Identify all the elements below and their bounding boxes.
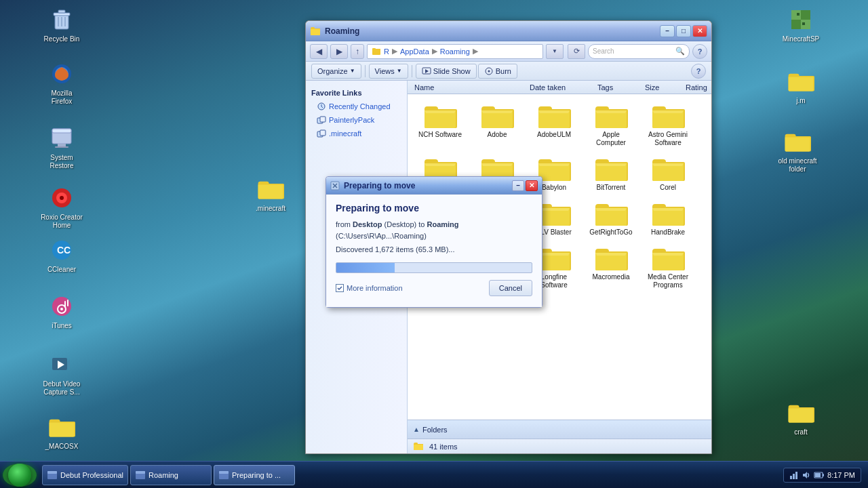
taskbar-task-1[interactable]: Roaming [130,465,212,485]
taskbar: Debut Professional Roaming Preparing to … [0,461,868,488]
macosx-label: _MACOSX [45,443,79,451]
minimize-button[interactable]: – [660,25,675,37]
organize-button[interactable]: Organize ▼ [311,64,361,79]
folder-item-9[interactable]: Corel [641,152,695,195]
up-button[interactable]: ↑ [351,44,364,59]
dialog-footer: More information Cancel [336,280,532,299]
folder-svg-4 [651,102,685,129]
folder-svg-8 [594,155,628,182]
minecraftsp-icon[interactable]: MinecraftSP [776,3,825,46]
folder-item-19[interactable]: Media Center Programs [641,242,695,292]
col-date[interactable]: Date taken [526,83,593,92]
sidebar-painterlypack[interactable]: PainterlyPack [306,113,407,127]
close-button[interactable]: ✕ [692,25,707,37]
sidebar-recently-changed[interactable]: Recently Changed [306,100,407,113]
col-name[interactable]: Name [410,83,526,92]
search-box[interactable]: Search 🔍 [588,44,690,59]
cancel-button[interactable]: Cancel [489,280,532,296]
address-bar: ◀ ▶ ↑ R ▶ AppData ▶ Roaming ▶ ▼ ⟳ Search… [306,41,711,62]
folder-status-icon [413,441,424,452]
dialog-controls: – ✕ [512,180,538,191]
firefox-label: Mozilla Firefox [40,89,83,106]
folder-svg-13 [594,200,628,227]
macosx-icon[interactable]: _MACOSX [37,411,86,453]
system-restore-image [48,125,75,152]
folder-item-2[interactable]: AdobeULM [527,100,581,150]
folder-item-3[interactable]: Apple Computer [584,100,638,150]
window-controls: – □ ✕ [660,25,707,37]
path-dropdown-button[interactable]: ▼ [546,44,564,59]
folder-item-4[interactable]: Astro Gemini Software [641,100,695,150]
slideshow-button[interactable]: Slide Show [416,64,477,79]
address-path[interactable]: R ▶ AppData ▶ Roaming ▶ [367,44,543,59]
help-toolbar-button[interactable]: ? [691,64,706,79]
folders-arrow: ▲ [413,426,420,433]
maximize-button[interactable]: □ [676,25,691,37]
task-icon-2 [218,470,229,481]
window-titlebar: Roaming – □ ✕ [306,21,711,41]
views-button[interactable]: Views ▼ [369,64,408,79]
taskbar-task-0[interactable]: Debut Professional [42,465,128,485]
folders-label: Folders [422,426,448,434]
svg-rect-48 [790,476,792,479]
sidebar-title: Favorite Links [306,86,407,100]
folder-item-14[interactable]: HandBrake [641,197,695,239]
minecraft-desktop-label: .minecraft [256,205,285,213]
forward-button[interactable]: ▶ [330,44,348,59]
craft-folder-icon[interactable]: craft [776,396,825,439]
folder-item-0[interactable]: NCH Software [413,100,467,150]
taskbar-task-2[interactable]: Preparing to ... [214,465,295,485]
recycle-bin-image [48,6,75,33]
start-button[interactable] [3,464,37,487]
sidebar-minecraft[interactable]: .minecraft [306,127,407,140]
roxio-creator-icon[interactable]: Roxio Creator Home [37,182,86,232]
svg-rect-9 [52,129,71,133]
preparing-to-move-dialog: Preparing to move – ✕ Preparing to move … [326,176,542,308]
folder-label-9: Corel [660,184,676,192]
ccleaner-icon[interactable]: CC CCleaner [37,234,86,277]
status-text: 41 items [429,443,458,451]
debut-video-icon[interactable]: Debut Video Capture S... [37,348,86,399]
folder-item-18[interactable]: Macromedia [584,242,638,292]
help-button[interactable]: ? [692,44,707,59]
dialog-minimize[interactable]: – [512,180,524,191]
dialog-from-desc: (Desktop) to [384,220,427,228]
col-tags[interactable]: Tags [593,83,641,92]
recycle-bin-icon[interactable]: Recycle Bin [37,3,86,46]
battery-icon [814,470,825,480]
jm-folder-icon[interactable]: j.m [776,65,825,108]
folders-section-bar[interactable]: ▲ Folders [408,420,711,439]
recently-changed-label: Recently Changed [329,102,391,110]
svg-point-19 [60,308,63,310]
more-info-button[interactable]: More information [336,284,403,292]
path-folder-icon [372,47,381,56]
refresh-button[interactable]: ⟳ [568,44,585,59]
system-restore-icon[interactable]: System Restore [37,122,86,173]
itunes-image [48,293,75,320]
itunes-icon[interactable]: iTunes [37,290,86,333]
dialog-progress-fill [336,263,395,272]
folder-label-19: Media Center Programs [644,273,692,289]
network-icon [789,470,799,480]
window-title-icon [310,26,321,37]
itunes-label: iTunes [52,322,72,330]
old-minecraft-icon[interactable]: old minecraft folder [773,125,822,176]
folder-svg-3 [594,102,628,129]
toolbar-separator-2 [412,65,412,77]
minecraft-desktop-icon[interactable]: .minecraft [246,173,295,216]
dialog-title: Preparing to move [344,181,415,190]
back-button[interactable]: ◀ [310,44,328,59]
mozilla-firefox-icon[interactable]: Mozilla Firefox [37,58,86,108]
col-rating[interactable]: Rating [682,83,711,92]
folder-item-8[interactable]: BitTorrent [584,152,638,195]
minecraft-sidebar-label: .minecraft [329,129,361,138]
burn-button[interactable]: Burn [478,64,517,79]
folder-item-1[interactable]: Adobe [470,100,524,150]
more-info-checkbox[interactable] [336,284,344,292]
folder-item-13[interactable]: GetRightToGo [584,197,638,239]
task-label-2: Preparing to ... [232,471,281,479]
views-arrow: ▼ [397,68,402,74]
col-size[interactable]: Size [641,83,682,92]
recycle-bin-label: Recycle Bin [44,35,80,43]
dialog-close-button[interactable]: ✕ [526,180,538,191]
